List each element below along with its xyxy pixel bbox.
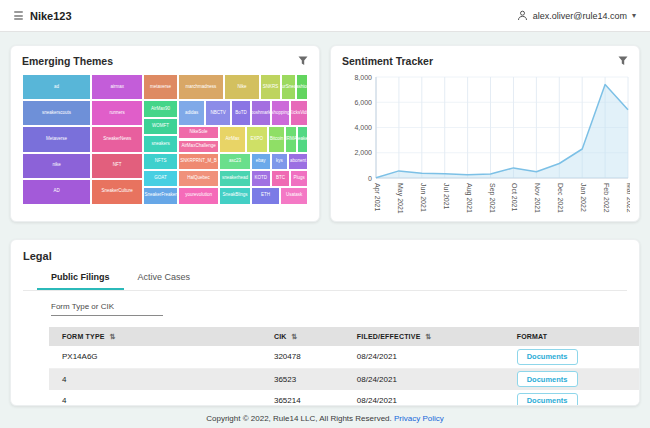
treemap: adsneakerscoutsMetaversenikeADairmaxrunn… (22, 74, 308, 205)
treemap-tile[interactable]: KicksVids (290, 100, 308, 126)
treemap-tile[interactable]: kys (271, 153, 289, 170)
chevron-down-icon: ▾ (632, 12, 636, 20)
treemap-tile[interactable]: WOMFT (143, 118, 178, 135)
treemap-tile[interactable]: Bitcoin (268, 126, 286, 152)
treemap-tile[interactable]: NBCTV (205, 100, 231, 126)
table-row: 43652308/24/2021Documents (49, 368, 640, 390)
treemap-tile[interactable]: Metaverse (22, 126, 91, 152)
treemap-tile[interactable]: BTC (271, 170, 291, 187)
documents-button[interactable]: Documents (517, 371, 578, 387)
treemap-tile[interactable]: yourevolution (178, 187, 219, 205)
sentiment-tracker-title: Sentiment Tracker (342, 55, 433, 67)
tab-active-cases[interactable]: Active Cases (124, 269, 205, 290)
filter-icon[interactable] (618, 56, 628, 66)
treemap-tile[interactable]: SNKRPRNT_M_B (178, 153, 219, 170)
filings-table-body: PX14A6G32047808/24/2021Documents43652308… (49, 346, 640, 406)
svg-text:May 2021: May 2021 (396, 183, 404, 214)
svg-text:4,000: 4,000 (354, 124, 372, 131)
treemap-tile[interactable]: Sneakerly (297, 126, 308, 152)
treemap-tile[interactable]: AIRMAS (285, 126, 297, 152)
treemap-tile[interactable]: metaverse (143, 74, 178, 100)
treemap-tile[interactable]: KOTD (251, 170, 271, 187)
col-form-type[interactable]: FORM TYPE⇅ (49, 327, 274, 346)
legal-card: Legal Public Filings Active Cases FORM T… (10, 239, 640, 406)
treemap-tile[interactable]: asc23 (219, 153, 251, 170)
treemap-tile[interactable]: GOAT (143, 170, 178, 187)
svg-text:Apr 2021: Apr 2021 (373, 183, 381, 212)
treemap-tile[interactable]: SneakerCulture (91, 179, 143, 205)
brand-wrap: Nike123 (14, 10, 72, 22)
treemap-tile[interactable]: adidas (178, 100, 206, 126)
treemap-tile[interactable]: ETH (251, 187, 281, 205)
table-row: PX14A6G32047808/24/2021Documents (49, 346, 640, 368)
user-menu[interactable]: alex.oliver@rule14.com ▾ (517, 10, 636, 21)
filings-table: FORM TYPE⇅ CIK⇅ FILED/EFFECTIVE⇅ FORMAT … (49, 327, 640, 406)
col-format: FORMAT (517, 327, 640, 346)
emerging-themes-title: Emerging Themes (22, 55, 113, 67)
svg-text:6,000: 6,000 (354, 99, 372, 106)
treemap-tile[interactable]: sneakerscouts (22, 100, 91, 126)
svg-text:Jan 2022: Jan 2022 (580, 183, 587, 212)
treemap-tile[interactable]: Usatask (280, 187, 308, 205)
treemap-tile[interactable]: BoTD (231, 100, 251, 126)
topbar: Nike123 alex.oliver@rule14.com ▾ (0, 0, 650, 32)
footer: Copyright © 2022, Rule14 LLC, All Rights… (10, 414, 640, 423)
sentiment-chart: 02,0004,0006,0008,000Apr 2021May 2021Jun… (342, 70, 630, 220)
svg-text:Jun 2021: Jun 2021 (420, 183, 427, 212)
svg-text:Nov 2021: Nov 2021 (534, 183, 541, 213)
sort-icon: ⇅ (292, 333, 298, 340)
sentiment-tracker-card: Sentiment Tracker 02,0004,0006,0008,000A… (330, 45, 640, 222)
treemap-tile[interactable]: sneakerhead (219, 170, 251, 187)
legal-tabs: Public Filings Active Cases (23, 269, 627, 291)
main-content: Emerging Themes adsneakerscoutsMetaverse… (0, 32, 650, 423)
privacy-policy-link[interactable]: Privacy Policy (394, 414, 444, 423)
sort-icon: ⇅ (110, 333, 116, 340)
treemap-tile[interactable]: shopping (271, 100, 291, 126)
treemap-tile[interactable]: AirMax (219, 126, 246, 152)
svg-text:Jul 2021: Jul 2021 (443, 183, 450, 210)
documents-button[interactable]: Documents (517, 393, 578, 406)
filter-icon[interactable] (298, 56, 308, 66)
col-filed-effective[interactable]: FILED/EFFECTIVE⇅ (357, 327, 517, 346)
treemap-tile[interactable]: airmax (91, 74, 143, 100)
treemap-tile[interactable]: runners (91, 100, 143, 126)
form-type-cik-input[interactable] (51, 300, 163, 316)
documents-button[interactable]: Documents (517, 349, 578, 365)
table-header-row: FORM TYPE⇅ CIK⇅ FILED/EFFECTIVE⇅ FORMAT (49, 327, 640, 346)
svg-text:Feb 2022: Feb 2022 (603, 183, 610, 213)
emerging-themes-card: Emerging Themes adsneakerscoutsMetaverse… (10, 45, 320, 222)
treemap-tile[interactable]: AD (22, 179, 91, 205)
treemap-tile[interactable]: marchmadness (178, 74, 224, 100)
treemap-tile[interactable]: sneakers (143, 135, 178, 152)
treemap-tile[interactable]: SNKRS (260, 74, 282, 100)
svg-text:Dec 2021: Dec 2021 (557, 183, 564, 213)
tab-public-filings[interactable]: Public Filings (37, 269, 124, 290)
treemap-tile[interactable]: poshmark (251, 100, 271, 126)
treemap-tile[interactable]: HalQuebec (178, 170, 219, 187)
svg-text:8,000: 8,000 (354, 74, 372, 81)
hamburger-menu-icon[interactable] (14, 11, 23, 20)
treemap-tile[interactable]: abonent (288, 153, 308, 170)
treemap-tile[interactable]: NFT (91, 153, 143, 179)
treemap-tile[interactable]: fashion (296, 74, 308, 100)
treemap-tile[interactable]: SneakBlings (219, 187, 251, 205)
svg-text:Aug 2021: Aug 2021 (465, 183, 473, 213)
treemap-tile[interactable]: NFTS (143, 153, 178, 170)
treemap-tile[interactable]: NikeSole (178, 126, 219, 139)
treemap-tile[interactable]: SneakerNews (91, 126, 143, 152)
treemap-tile[interactable]: nike (22, 153, 91, 179)
treemap-tile[interactable]: AirMaxChallenge (178, 140, 219, 153)
treemap-tile[interactable]: EXPO (246, 126, 268, 152)
treemap-tile[interactable]: YourSneaks (281, 74, 296, 100)
treemap-tile[interactable]: Nike (224, 74, 260, 100)
col-cik[interactable]: CIK⇅ (274, 327, 357, 346)
treemap-tile[interactable]: ad (22, 74, 91, 100)
svg-text:Oct 2021: Oct 2021 (511, 183, 518, 212)
treemap-tile[interactable]: SneakerFreaker (143, 187, 178, 205)
svg-text:0: 0 (368, 175, 372, 182)
treemap-tile[interactable]: Plugs (290, 170, 308, 187)
copyright-text: Copyright © 2022, Rule14 LLC, All Rights… (206, 414, 392, 423)
table-row: 436521408/24/2021Documents (49, 390, 640, 406)
treemap-tile[interactable]: AirMax90 (143, 100, 178, 118)
treemap-tile[interactable]: ebay (251, 153, 271, 170)
